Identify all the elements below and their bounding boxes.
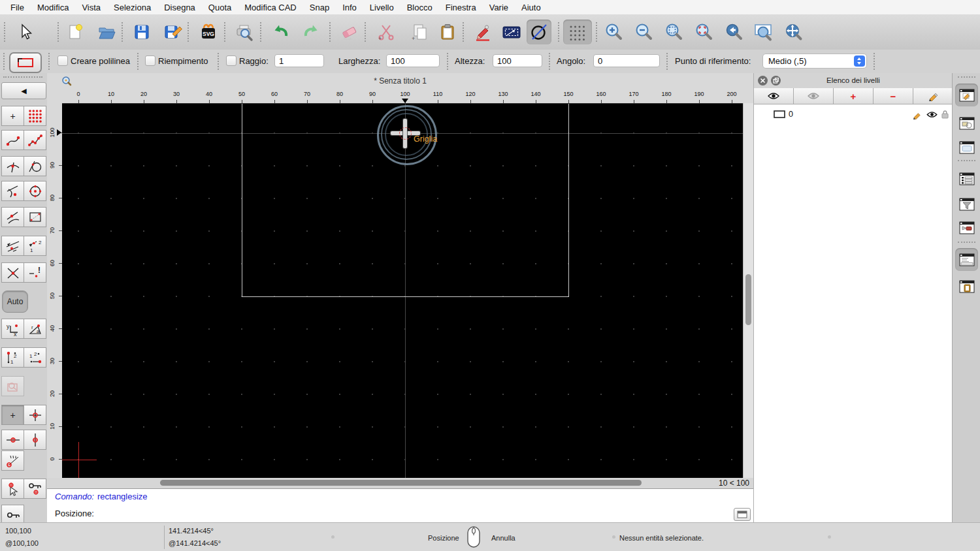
print-preview-button[interactable] (232, 20, 257, 44)
snap-distance-1-button[interactable] (1, 236, 24, 256)
menu-aiuto[interactable]: Aiuto (515, 3, 547, 12)
radius-input[interactable] (274, 54, 324, 67)
zoom-previous-button[interactable] (721, 20, 746, 44)
snap-distance-2-button[interactable]: 21 (24, 236, 46, 256)
vertical-scrollbar[interactable] (743, 103, 754, 478)
restrict-horizontal-button[interactable] (1, 430, 24, 450)
height-input[interactable] (493, 54, 542, 67)
svg-export-button[interactable]: SVG (196, 20, 221, 44)
pointer-tool-button[interactable] (13, 20, 38, 44)
snap-intersection-button[interactable] (1, 262, 24, 283)
blocks-panel-toggle-button[interactable] (955, 112, 978, 134)
menu-seleziona[interactable]: Seleziona (107, 3, 157, 12)
fill-checkbox[interactable] (145, 55, 155, 66)
snap-grid-button[interactable] (24, 106, 46, 126)
edit-layer-button[interactable] (913, 88, 953, 104)
menu-snap[interactable]: Snap (303, 3, 336, 12)
restrict-orthogonal-button[interactable] (24, 405, 46, 425)
snap-disabled-tool-button[interactable] (1, 376, 24, 396)
snap-middle-button[interactable] (1, 207, 24, 227)
command-line-panel-toggle-button[interactable] (955, 248, 978, 271)
paste-button[interactable] (435, 20, 460, 44)
menu-modifica-cad[interactable]: Modifica CAD (238, 3, 302, 12)
coordinate-cartesian-button[interactable]: yx (1, 319, 24, 339)
selection-filter-panel-toggle-button[interactable] (955, 193, 978, 215)
layers-panel-toggle-button[interactable] (955, 84, 978, 106)
zoom-auto-button[interactable] (661, 20, 686, 44)
draw-pencil-button[interactable] (470, 20, 495, 44)
coordinate-polar-button[interactable]: ra (24, 319, 46, 339)
show-all-layers-button[interactable] (754, 88, 794, 104)
selection-tool-button[interactable] (499, 20, 524, 44)
menu-finestra[interactable]: Finestra (439, 3, 483, 12)
hide-all-layers-button[interactable] (794, 88, 834, 104)
save-button[interactable] (129, 20, 154, 44)
command-line[interactable]: Comando:rectanglesize (47, 488, 753, 506)
zoom-window-button[interactable] (751, 20, 776, 44)
layer-visibility-eye-icon[interactable] (926, 111, 938, 118)
drawing-canvas[interactable]: Griglia (62, 103, 743, 479)
menu-info[interactable]: Info (336, 3, 363, 12)
rectangle-size-tool-button[interactable] (9, 52, 42, 73)
menu-file[interactable]: File (4, 3, 31, 12)
redo-button[interactable] (299, 20, 324, 44)
layer-edit-pencil-icon[interactable] (912, 110, 922, 119)
pan-button[interactable] (781, 20, 806, 44)
menu-quota[interactable]: Quota (202, 3, 238, 12)
zoom-selection-button[interactable] (691, 20, 716, 44)
menu-disegna[interactable]: Disegna (157, 3, 202, 12)
snap-tangential-button[interactable] (24, 156, 46, 176)
create-polyline-checkbox[interactable] (57, 55, 68, 66)
reference-point-select[interactable]: Medio (,5) (762, 54, 867, 69)
snap-reference-button[interactable] (24, 207, 46, 227)
ellipse-tool-button[interactable] (527, 20, 551, 44)
lock-relative-zero-button[interactable] (24, 479, 46, 499)
layer-row[interactable]: 0 (754, 108, 953, 121)
zoom-out-button[interactable] (631, 20, 656, 44)
width-input[interactable] (386, 54, 440, 67)
snap-auto-button[interactable]: Auto (2, 291, 28, 313)
restrict-vertical-button[interactable] (24, 430, 46, 450)
menu-modifica[interactable]: Modifica (31, 3, 75, 12)
cut-button[interactable]: + (374, 20, 399, 44)
document-titlebar[interactable]: * Senza titolo 1 (47, 73, 753, 89)
horizontal-scrollbar[interactable]: 10 < 100 (47, 478, 753, 488)
save-as-button[interactable] (161, 20, 186, 44)
menu-blocco[interactable]: Blocco (400, 3, 439, 12)
horizontal-scrollbar-thumb[interactable] (160, 480, 642, 486)
snap-on-entity-button[interactable] (1, 181, 24, 201)
undo-button[interactable] (268, 20, 293, 44)
snap-points-button[interactable] (24, 130, 46, 150)
order-y-first-button[interactable]: 12 (24, 347, 46, 368)
order-x-first-button[interactable]: 12 (1, 347, 24, 368)
toggle-command-window-button[interactable] (734, 508, 751, 521)
snap-perpendicular-button[interactable] (1, 156, 24, 176)
menu-vista[interactable]: Vista (75, 3, 107, 12)
eraser-button[interactable] (337, 20, 362, 44)
new-document-button[interactable] (63, 20, 88, 44)
menu-livello[interactable]: Livello (363, 3, 400, 12)
restrict-off-button[interactable]: + (1, 405, 24, 425)
layer-lock-icon[interactable] (941, 110, 949, 119)
vertical-scrollbar-thumb[interactable] (745, 274, 751, 325)
snap-center-button[interactable] (24, 181, 46, 201)
view-panel-toggle-button[interactable] (955, 216, 978, 239)
radius-checkbox[interactable] (226, 55, 237, 66)
menu-varie[interactable]: Varie (483, 3, 515, 12)
add-layer-button[interactable]: + (834, 88, 874, 104)
set-position-button[interactable] (1, 479, 24, 499)
restrict-angle-button[interactable] (1, 450, 24, 471)
palette-back-button[interactable]: ◀ (1, 82, 46, 99)
snap-intersection-manual-button[interactable]: ! (24, 262, 46, 283)
copy-button[interactable]: + (408, 20, 433, 44)
open-document-button[interactable] (94, 20, 119, 44)
snap-endpoints-button[interactable] (1, 130, 24, 150)
snap-free-button[interactable]: + (1, 106, 24, 126)
angle-input[interactable] (593, 54, 660, 67)
library-panel-toggle-button[interactable] (955, 136, 978, 159)
grid-toggle-button[interactable] (563, 20, 592, 44)
zoom-in-button[interactable] (601, 20, 626, 44)
command-input-row[interactable]: Posizione: (47, 505, 753, 522)
clipboard-panel-toggle-button[interactable] (955, 275, 978, 298)
remove-layer-button[interactable]: − (874, 88, 913, 104)
